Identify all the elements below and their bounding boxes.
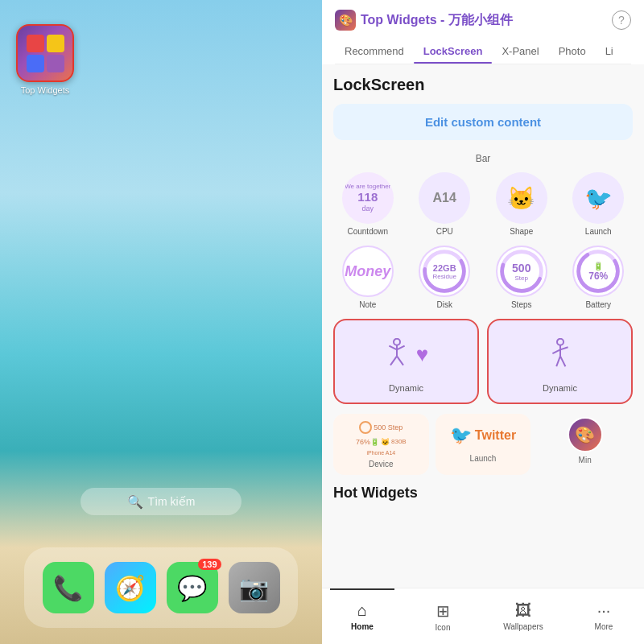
widget-launch[interactable]: 🐦 Launch xyxy=(564,172,634,236)
dynamic-section: ♥ Dynamic Dynamic xyxy=(333,319,633,404)
widgets-row-1: We are together 118 day Countdown A14 CP… xyxy=(333,172,633,236)
steps-num: 500 xyxy=(512,262,530,275)
safari-icon: 🧭 xyxy=(115,574,145,602)
battery-pct: 76% xyxy=(588,270,608,282)
disk-gb: 22GB xyxy=(433,263,456,273)
icon-grid-icon: ⊞ xyxy=(436,601,450,621)
tab-xpanel[interactable]: X-Panel xyxy=(492,39,548,64)
widget-steps[interactable]: 500 Step Steps xyxy=(487,246,556,309)
nav-more[interactable]: ··· More xyxy=(564,588,644,644)
stick-figure-1 xyxy=(384,338,410,370)
widget-note[interactable]: Money Note xyxy=(333,246,402,309)
help-button[interactable]: ? xyxy=(612,10,631,30)
disk-residue: Residue xyxy=(433,273,456,280)
phone-icon: 📞 xyxy=(53,574,83,602)
launch-label: Launch xyxy=(585,227,612,236)
disk-label: Disk xyxy=(437,300,452,309)
widget-disk[interactable]: 22GB Residue Disk xyxy=(411,246,480,309)
dynamic-2-label: Dynamic xyxy=(543,383,577,393)
widget-shape[interactable]: 🐱 Shape xyxy=(487,172,556,236)
stick-figure-2 xyxy=(547,338,573,370)
svg-line-8 xyxy=(389,346,397,350)
home-icon: ⌂ xyxy=(357,601,367,620)
tab-recommend[interactable]: Recommend xyxy=(335,39,414,64)
steps-label: Steps xyxy=(511,300,532,309)
dock-safari[interactable]: 🧭 xyxy=(105,562,156,613)
wallpapers-icon: 🖼 xyxy=(515,601,531,620)
dynamic-1-label: Dynamic xyxy=(389,383,423,393)
homescreen-panel: Top Widgets 🔍 Tìm kiếm 📞 🧭 💬 139 📷 xyxy=(0,0,322,644)
min-avatar: 🎨 xyxy=(568,417,603,452)
nav-wallpapers[interactable]: 🖼 Wallpapers xyxy=(483,588,564,644)
steps-text: Step xyxy=(512,275,530,282)
countdown-suffix: day xyxy=(345,204,390,213)
dynamic-card-1[interactable]: ♥ Dynamic xyxy=(333,319,479,404)
svg-line-9 xyxy=(397,346,405,350)
more-label: More xyxy=(595,622,613,631)
shape-cat-icon: 🐱 xyxy=(507,185,535,212)
nav-home[interactable]: ⌂ Home xyxy=(322,588,402,644)
bar-label: Bar xyxy=(333,153,633,164)
shape-label: Shape xyxy=(510,227,533,236)
hot-widgets-title: Hot Widgets xyxy=(333,485,633,502)
dynamic-card-2[interactable]: Dynamic xyxy=(487,319,633,404)
icon-label: Icon xyxy=(436,623,451,632)
svg-line-17 xyxy=(560,356,565,366)
widgets-row-2: Money Note 22GB Residue Disk xyxy=(333,246,633,309)
wallpapers-label: Wallpapers xyxy=(503,622,543,631)
twitter-bird-icon: 🐦 xyxy=(584,185,613,212)
tab-li[interactable]: Li xyxy=(596,39,623,64)
countdown-label: Countdown xyxy=(347,227,388,236)
search-icon: 🔍 xyxy=(127,494,143,510)
dock-camera[interactable]: 📷 xyxy=(229,562,280,613)
bottom-nav: ⌂ Home ⊞ Icon 🖼 Wallpapers ··· More xyxy=(322,588,644,644)
countdown-number: 118 xyxy=(345,190,390,204)
edit-custom-button[interactable]: Edit custom content xyxy=(333,104,633,140)
tab-photo[interactable]: Photo xyxy=(549,39,596,64)
svg-line-10 xyxy=(390,356,397,365)
more-icon: ··· xyxy=(597,601,611,620)
widget-battery[interactable]: 🔋 76% Battery xyxy=(564,246,634,309)
app-panel: 🎨 Top Widgets - 万能小组件 ? Recommend LockSc… xyxy=(322,0,644,644)
heart-icon: ♥ xyxy=(416,342,428,367)
svg-line-16 xyxy=(556,356,560,366)
home-label: Home xyxy=(351,622,374,631)
battery-label: Battery xyxy=(585,300,611,309)
camera-icon: 📷 xyxy=(239,574,269,602)
device-card[interactable]: 500 Step 76%🔋 🐱 830B iPhone A14 Device xyxy=(333,414,429,475)
svg-point-6 xyxy=(394,339,400,345)
section-title: LockScreen xyxy=(333,76,633,94)
messages-badge: 139 xyxy=(198,559,221,570)
widget-countdown[interactable]: We are together 118 day Countdown xyxy=(333,172,402,236)
search-bar[interactable]: 🔍 Tìm kiếm xyxy=(80,488,242,515)
svg-line-15 xyxy=(560,347,568,349)
cpu-label: CPU xyxy=(436,227,453,236)
nav-tabs: Recommend LockScreen X-Panel Photo Li xyxy=(335,39,631,64)
messages-icon: 💬 xyxy=(177,574,207,602)
min-label: Min xyxy=(537,456,633,464)
app-title-text: Top Widgets - 万能小组件 xyxy=(361,12,513,29)
dock-messages[interactable]: 💬 139 xyxy=(167,562,218,613)
launch-card-label: Launch xyxy=(470,454,497,463)
app-icon-label: Top Widgets xyxy=(21,85,70,95)
launch-card[interactable]: 🐦 Twitter Launch xyxy=(436,414,531,475)
min-card-container: 🎨 Min xyxy=(537,414,633,475)
dock: 📞 🧭 💬 139 📷 xyxy=(24,547,298,628)
tab-lockscreen[interactable]: LockScreen xyxy=(414,39,493,64)
dock-phone[interactable]: 📞 xyxy=(43,562,94,613)
nav-icon[interactable]: ⊞ Icon xyxy=(402,588,483,644)
app-title-icon: 🎨 xyxy=(335,10,356,31)
cpu-text: A14 xyxy=(433,190,456,205)
top-widgets-app-icon[interactable]: Top Widgets xyxy=(16,24,74,95)
device-card-label: Device xyxy=(369,460,394,469)
money-text: Money xyxy=(345,263,390,280)
search-text: Tìm kiếm xyxy=(148,495,196,508)
widget-cpu[interactable]: A14 CPU xyxy=(411,172,480,236)
countdown-top-text: We are together xyxy=(345,183,390,191)
note-label: Note xyxy=(359,300,376,309)
app-content: LockScreen Edit custom content Bar We ar… xyxy=(322,64,644,588)
svg-line-14 xyxy=(552,349,560,353)
bottom-cards-row: 500 Step 76%🔋 🐱 830B iPhone A14 Device 🐦… xyxy=(333,414,633,475)
app-title-group: 🎨 Top Widgets - 万能小组件 xyxy=(335,10,513,31)
svg-line-11 xyxy=(397,356,403,365)
